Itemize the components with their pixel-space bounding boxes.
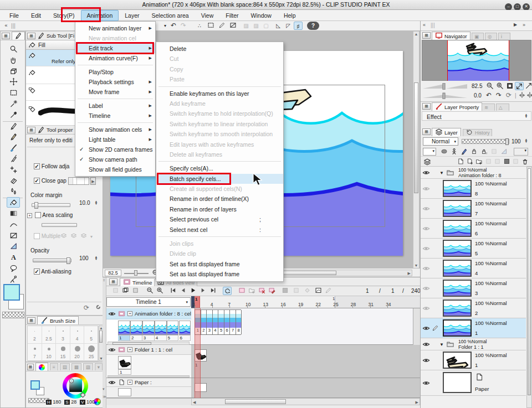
layer-mask-dropdown[interactable]: ▾: [514, 148, 528, 156]
menu-item-light-table[interactable]: Light table▶: [75, 135, 155, 144]
layer-row[interactable]: 100 %Normal1: [421, 318, 526, 338]
track-frames[interactable]: [191, 378, 420, 398]
play-first-icon[interactable]: [168, 287, 177, 295]
mask-icon[interactable]: [490, 148, 498, 155]
cel-thumbnail[interactable]: [167, 321, 179, 335]
cel-thumbnail-number[interactable]: 1: [118, 369, 131, 375]
refer-multiple-icons[interactable]: [80, 232, 88, 241]
sv-handle[interactable]: [70, 379, 73, 383]
menu-item-show-camera-path[interactable]: ✓Show camera path: [75, 154, 155, 164]
mesh-pen-icon[interactable]: [217, 22, 226, 30]
panel-menu-button[interactable]: ▦: [109, 278, 117, 285]
follow-adjacent-checkbox[interactable]: ✓ Follow adja: [34, 163, 69, 169]
snap-ruler-icon[interactable]: ◺: [274, 22, 283, 30]
new-folder-icon[interactable]: [475, 158, 483, 165]
new-cel-icon[interactable]: [237, 287, 246, 295]
new-layer-icon[interactable]: [457, 158, 464, 165]
sub-view-tab[interactable]: ▣: [472, 33, 484, 40]
panel-menu-button[interactable]: ▦: [422, 103, 431, 110]
timeline-cel[interactable]: [230, 310, 236, 328]
decoration-tool[interactable]: [7, 164, 20, 175]
menu-filter[interactable]: Filter: [219, 10, 244, 21]
menu-item-show-animation-cels[interactable]: Show animation cels▶: [75, 125, 155, 135]
opacity-stepper[interactable]: ▲▼: [94, 256, 99, 260]
pen-blue-icon[interactable]: [461, 148, 468, 155]
navigator-tab[interactable]: Navigator: [432, 32, 470, 40]
layer-opacity-value[interactable]: 100: [511, 138, 521, 144]
rotate-right-icon[interactable]: ↷: [496, 91, 502, 99]
flip-vertical-icon[interactable]: [526, 91, 532, 100]
brush-size-option[interactable]: 4: [70, 326, 85, 344]
menu-file[interactable]: File: [3, 10, 25, 21]
layer-visibility-icon[interactable]: [108, 379, 116, 386]
airbrush-tool[interactable]: [7, 153, 20, 164]
brush-size-tab[interactable]: Brush Size: [37, 316, 79, 324]
track-frames[interactable]: 1: [191, 345, 420, 378]
cel-thumbnail[interactable]: [118, 356, 131, 369]
refer-multiple-dropdown-icon[interactable]: ▾: [90, 234, 93, 239]
canvas-zoom-slider-knob[interactable]: [134, 270, 137, 276]
hue-handle[interactable]: [80, 392, 86, 398]
color-history-tab[interactable]: ▾: [95, 363, 103, 370]
fill-tool[interactable]: [7, 197, 20, 208]
visibility-icon[interactable]: [422, 379, 430, 387]
blend-mode-dropdown[interactable]: Normal▾: [423, 137, 458, 146]
transfer-down-icon[interactable]: [485, 158, 492, 165]
color-wheel-tab[interactable]: [35, 363, 48, 371]
multiple-checkbox[interactable]: ✓ Multiple: [34, 233, 60, 239]
eraser-tool[interactable]: [7, 175, 20, 186]
refer-multiple-icons[interactable]: [70, 232, 78, 241]
rename-cel-icon[interactable]: [267, 287, 276, 295]
foreground-color-swatch[interactable]: [3, 284, 20, 301]
layer-thumbnail[interactable]: [443, 319, 472, 337]
operation-tool[interactable]: [7, 66, 20, 76]
expand-icon[interactable]: +: [127, 311, 132, 316]
tool-tab[interactable]: [12, 32, 25, 40]
brush-size-option[interactable]: 15: [56, 344, 70, 361]
panel-menu-button[interactable]: ▦: [2, 33, 10, 39]
rotate-disabled-icon[interactable]: ▢: [262, 22, 270, 30]
zoom-out-icon[interactable]: [486, 82, 494, 91]
zoom-slider[interactable]: [423, 83, 469, 90]
transparent-color-swatch[interactable]: [2, 312, 24, 318]
layer-row[interactable]: 100 %Normal6: [421, 219, 526, 239]
approx-color-tab[interactable]: ▨: [83, 363, 93, 370]
quick-access-tab[interactable]: ◎: [485, 33, 497, 40]
help-icon[interactable]: ?: [307, 22, 319, 30]
area-scaling-slider[interactable]: [42, 223, 77, 227]
brush-size-option[interactable]: 5: [84, 326, 99, 344]
layer-thumbnail[interactable]: [443, 180, 472, 197]
lock-alpha-icon[interactable]: [480, 148, 488, 155]
menu-animation[interactable]: Animation: [81, 10, 119, 21]
visibility-icon[interactable]: [422, 225, 430, 233]
visibility-icon[interactable]: [422, 245, 430, 252]
pen-pressure-tab[interactable]: △: [496, 104, 509, 111]
layer-visibility-icon[interactable]: [108, 310, 116, 318]
saturation-value[interactable]: 28: [71, 399, 76, 405]
menu-edit[interactable]: Edit: [25, 10, 47, 21]
layer-list-scrollbar[interactable]: [526, 167, 532, 408]
layer-row[interactable]: 100 %Normal3: [421, 278, 526, 298]
play-last-icon[interactable]: [208, 287, 217, 295]
menu-window[interactable]: Window: [245, 10, 278, 21]
flip-v-disabled-icon[interactable]: ▨: [252, 22, 260, 30]
timeline-cel[interactable]: [236, 310, 242, 328]
visibility-icon[interactable]: [422, 169, 430, 177]
new-layer-2-icon[interactable]: [467, 158, 474, 165]
timeline-cel[interactable]: [207, 310, 213, 328]
canvas-zoom-value[interactable]: 82.5: [105, 270, 121, 276]
snap-vanish-icon[interactable]: ◸: [284, 22, 293, 30]
frame-next-icon[interactable]: [198, 287, 207, 295]
correct-line-tool[interactable]: [7, 274, 20, 285]
brush-tool[interactable]: [7, 142, 20, 153]
layer-row[interactable]: 100 %Normal4: [421, 259, 526, 278]
merge-icon[interactable]: [503, 158, 510, 165]
rotate-slider[interactable]: [423, 92, 469, 99]
track-header[interactable]: +Paper :: [106, 378, 191, 398]
auto-select-tool[interactable]: [7, 99, 20, 109]
layer-tab[interactable]: Layer: [432, 128, 461, 136]
layer-visibility-icon[interactable]: [108, 346, 116, 354]
menu-item-animation-curve-f[interactable]: Animation curve(F)▶: [75, 53, 155, 63]
wrench-settings-icon[interactable]: [94, 304, 101, 313]
expand-icon[interactable]: +: [127, 347, 132, 352]
